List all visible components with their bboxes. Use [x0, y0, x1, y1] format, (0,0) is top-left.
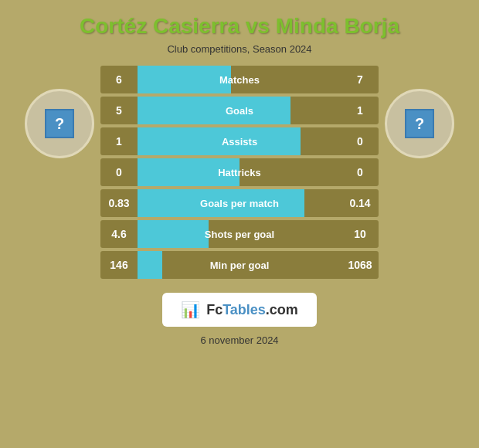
stat-bar-container: Goals per match — [138, 189, 341, 217]
stat-right-value: 1 — [341, 104, 379, 117]
stat-right-value: 1068 — [341, 259, 379, 271]
stat-left-value: 5 — [100, 104, 138, 117]
branding-block: 📊 FcTables.com — [162, 293, 317, 327]
stat-right-value: 7 — [341, 73, 379, 86]
stat-label: Min per goal — [138, 260, 341, 271]
stat-bar-container: Matches — [138, 66, 341, 93]
stat-bar-container: Min per goal — [138, 251, 341, 279]
stat-left-value: 6 — [100, 73, 138, 86]
main-content-row: ? 6 Matches 7 5 Goals 1 1 Assists 0 — [8, 66, 471, 279]
stat-bar-container: Goals — [138, 97, 341, 124]
stat-left-value: 4.6 — [100, 228, 138, 240]
stat-label: Hattricks — [138, 167, 341, 178]
stat-bar-container: Shots per goal — [138, 220, 341, 248]
stat-bar-container: Assists — [138, 127, 341, 155]
page-container: Cortéz Casierra vs Minda Borja Club comp… — [0, 0, 479, 448]
page-subtitle: Club competitions, Season 2024 — [167, 43, 311, 55]
left-player-icon: ? — [45, 109, 74, 138]
stat-right-value: 10 — [341, 228, 379, 240]
stat-row: 4.6 Shots per goal 10 — [100, 220, 379, 248]
stat-left-value: 0.83 — [100, 197, 138, 209]
stat-right-value: 0 — [341, 135, 379, 148]
stat-row: 0 Hattricks 0 — [100, 158, 379, 186]
stat-left-value: 0 — [100, 166, 138, 178]
stat-label: Assists — [138, 136, 341, 148]
stats-table: 6 Matches 7 5 Goals 1 1 Assists 0 0 — [100, 66, 379, 279]
left-player-avatar: ? — [25, 89, 94, 158]
stat-label: Goals per match — [138, 198, 341, 209]
stat-right-value: 0 — [341, 166, 379, 178]
stat-row: 5 Goals 1 — [100, 97, 379, 124]
right-player-avatar: ? — [385, 89, 454, 158]
right-player-icon: ? — [405, 109, 434, 138]
stat-bar-container: Hattricks — [138, 158, 341, 186]
stat-label: Goals — [138, 105, 341, 117]
stat-row: 0.83 Goals per match 0.14 — [100, 189, 379, 217]
stat-label: Shots per goal — [138, 229, 341, 240]
stat-row: 6 Matches 7 — [100, 66, 379, 93]
stat-right-value: 0.14 — [341, 197, 379, 209]
stat-left-value: 1 — [100, 135, 138, 148]
page-title: Cortéz Casierra vs Minda Borja — [80, 14, 399, 39]
stat-left-value: 146 — [100, 259, 138, 271]
branding-text: FcTables.com — [206, 302, 298, 318]
stat-label: Matches — [138, 74, 341, 86]
stat-row: 1 Assists 0 — [100, 127, 379, 155]
branding-icon: 📊 — [181, 300, 200, 319]
stat-row: 146 Min per goal 1068 — [100, 251, 379, 279]
footer-date: 6 november 2024 — [200, 334, 278, 346]
